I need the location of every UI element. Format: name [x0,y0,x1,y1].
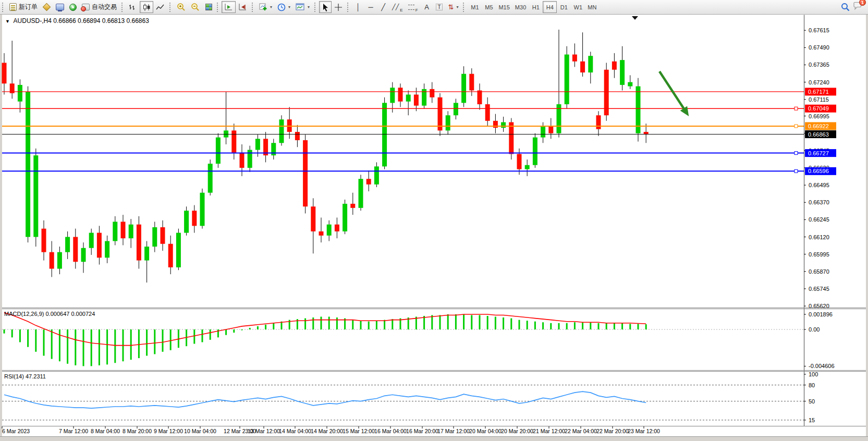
bull-candle [216,138,221,164]
price-line-badge-label: 0.66596 [808,168,829,174]
bear-candle [161,227,165,244]
chart-symbol-period: AUDUSD-,H4 [14,17,52,24]
line-handle[interactable] [794,107,798,110]
bull-candle [382,103,387,166]
notifications-button[interactable]: 1 [853,2,863,13]
price-tick-label: 0.67115 [809,96,829,103]
line-handle[interactable] [794,125,798,128]
trend-arrow[interactable] [659,71,685,110]
date-tick-label: 16 Mar 20:00 [406,428,438,434]
date-tick-label: 14 Mar 04:00 [279,428,311,434]
bar-chart-button[interactable] [126,1,140,13]
bull-candle [200,193,205,226]
channel-sub-label: E [400,8,402,13]
timeframe-m1-button[interactable]: M1 [468,1,482,13]
timeframe-h4-button[interactable]: H4 [543,1,557,13]
timeframe-m30-button[interactable]: M30 [512,1,529,13]
bear-candle [438,97,443,131]
bear-candle [73,237,78,262]
rsi-label: RSI(14) 47.2311 [4,373,46,379]
date-tick-label: 17 Mar 12:00 [437,428,470,434]
crosshair-icon [334,3,343,11]
zoom-in-button[interactable] [174,1,188,13]
fibonacci-button[interactable]: F [406,1,421,13]
periods-button[interactable]: ▾ [275,1,293,13]
window-edge-left [0,15,2,441]
toolbar-separator [347,3,350,12]
candlestick-chart-button[interactable] [140,1,153,13]
vertical-line-button[interactable]: │ [352,1,364,13]
zoom-in-icon [177,3,186,11]
dropdown-arrow-icon: ▾ [456,5,458,9]
line-handle[interactable] [794,152,798,155]
bear-candle [311,206,315,231]
toolbar-separator [463,3,466,12]
scroll-to-end-marker-icon[interactable] [632,16,638,20]
signals-button[interactable] [67,1,79,13]
templates-button[interactable]: ▾ [293,1,312,13]
bull-candle [501,122,506,128]
arrows-button[interactable]: ⇅ ▾ [446,1,461,13]
application-window: 新订单 自动交易 [0,0,868,441]
price-line-badge-label: 0.66863 [808,131,829,138]
timeframe-m5-button[interactable]: M5 [482,1,496,13]
toolbar-grip[interactable] [2,3,5,12]
date-tick-label: 22 Mar 20:00 [596,428,629,434]
bull-candle [255,139,260,150]
horizontal-line-button[interactable]: ─ [364,1,377,13]
search-icon[interactable] [841,3,850,11]
chart-close: 0.66863 [126,17,149,24]
new-chart-button[interactable] [40,1,53,13]
channel-button[interactable]: ╱╱ E [389,1,406,13]
zoom-out-button[interactable] [188,1,202,13]
bull-candle [176,233,181,267]
timeframe-mn-button[interactable]: MN [585,1,599,13]
chart-title[interactable]: ▼ AUDUSD-,H4 0.66866 0.66894 0.66813 0.6… [5,17,149,24]
trendline-button[interactable]: ╱ [377,1,389,13]
bull-candle [359,179,363,208]
market-watch-button[interactable] [53,1,67,13]
price-line-badge-label: 0.67171 [808,89,829,95]
bull-candle [406,94,411,101]
price-tick-label: 0.65620 [809,303,829,309]
auto-scroll-button[interactable] [222,1,236,13]
bull-candle [33,155,38,237]
timeframe-m15-button[interactable]: M15 [496,1,512,13]
line-handle[interactable] [794,169,798,173]
bull-candle [390,88,395,103]
bull-candle [343,204,347,231]
text-label-button[interactable]: T [433,1,446,13]
timeframe-d1-button[interactable]: D1 [557,1,571,13]
timeframe-h1-button[interactable]: H1 [529,1,543,13]
date-tick-label: 15 Mar 12:00 [343,428,375,434]
bear-candle [612,62,617,70]
bear-candle [414,94,419,105]
window-edge-right [866,15,868,441]
date-tick-label: 20 Mar 20:00 [501,428,533,434]
line-chart-button[interactable] [153,1,167,13]
chart-high: 0.66894 [78,17,100,24]
chart-title-marker-icon: ▼ [5,19,10,24]
cursor-icon [322,3,329,11]
bull-candle [113,222,117,241]
crosshair-button[interactable] [332,1,345,13]
price-line-badge-label: 0.66727 [808,150,829,156]
chart-shift-button[interactable] [236,1,250,13]
date-tick-label: 13 Mar 12:00 [248,428,280,434]
auto-trading-button[interactable]: 自动交易 [79,1,119,13]
chart-canvas[interactable]: 0.676150.674900.673650.672400.671150.669… [0,0,868,441]
fibonacci-sub-label: F [415,8,418,13]
new-order-button[interactable]: 新订单 [7,1,40,13]
cursor-button[interactable] [319,1,332,13]
tile-windows-button[interactable] [202,1,215,13]
bear-candle [580,62,585,72]
text-button[interactable]: A [421,1,433,13]
bear-candle [335,225,339,231]
date-tick-label: 9 Mar 12:00 [154,428,183,434]
timeframe-w1-button[interactable]: W1 [571,1,585,13]
rsi-line [4,391,646,408]
auto-trading-icon [82,4,90,10]
date-tick-label: 20 Mar 04:00 [469,428,502,434]
add-indicator-button[interactable]: ▾ [256,1,275,13]
price-line-badge-label: 0.67049 [808,105,829,112]
